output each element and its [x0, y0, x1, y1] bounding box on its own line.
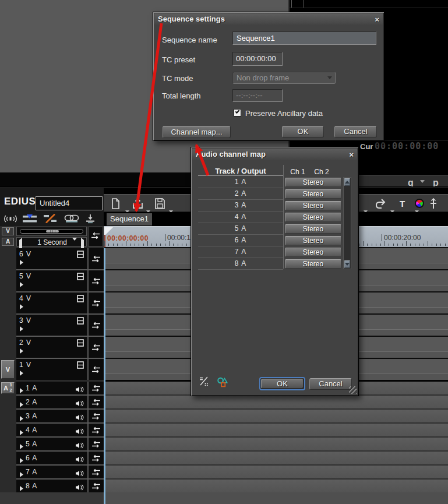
speaker-icon[interactable] — [75, 385, 84, 395]
zoom-dropdown-caret-icon[interactable] — [72, 241, 77, 249]
expand-track-icon[interactable] — [19, 279, 23, 290]
expand-track-icon[interactable] — [19, 301, 23, 312]
expand-track-icon[interactable] — [19, 469, 23, 480]
new-project-icon[interactable] — [111, 198, 120, 209]
master-patch-cell[interactable] — [88, 227, 103, 246]
playhead-line[interactable] — [104, 248, 105, 504]
channel-map-scrollbar[interactable] — [343, 177, 351, 269]
audio-lane[interactable] — [105, 424, 448, 436]
channel-map-preset-icon[interactable] — [199, 376, 209, 389]
ok-button[interactable]: OK — [282, 126, 324, 138]
close-icon[interactable]: × — [375, 14, 379, 25]
selected-audio-track-button[interactable]: A 1 2 — [1, 382, 15, 394]
expand-track-icon[interactable] — [19, 441, 23, 452]
resize-grip[interactable] — [349, 386, 357, 394]
expand-track-icon[interactable] — [19, 257, 23, 267]
color-wheel-icon[interactable] — [415, 198, 424, 209]
save-project-icon[interactable] — [155, 198, 165, 209]
speaker-icon[interactable] — [75, 413, 84, 423]
tc-mode-dropdown[interactable]: Non drop frame — [232, 72, 336, 84]
audio-monitor-icon[interactable] — [3, 214, 17, 226]
tab-sequence1[interactable]: Sequence1 — [107, 213, 152, 225]
speaker-icon[interactable] — [75, 427, 84, 437]
sync-mode-icon[interactable] — [43, 214, 57, 225]
channel-mapping-button[interactable]: Stereo — [285, 259, 341, 269]
selected-video-track-button[interactable]: V — [1, 360, 15, 379]
timeline-zoom-slider[interactable] — [16, 227, 87, 236]
insert-overwrite-icon[interactable] — [22, 214, 37, 225]
zoom-next-icon[interactable] — [81, 240, 84, 248]
film-icon[interactable] — [77, 361, 84, 371]
speaker-icon[interactable] — [75, 482, 84, 493]
video-track-header[interactable]: 1 V — [16, 359, 87, 380]
cancel-button[interactable]: Cancel — [334, 126, 377, 138]
audio-track-header[interactable]: 1 A — [16, 382, 87, 394]
audio-track-header[interactable]: 5 A — [16, 438, 87, 450]
audio-lanes[interactable] — [105, 382, 448, 492]
audio-track-header[interactable]: 3 A — [16, 410, 87, 422]
track-patch-cell[interactable] — [89, 270, 104, 291]
film-icon[interactable] — [77, 294, 84, 305]
audio-lane[interactable] — [105, 410, 448, 422]
audio-track-header[interactable]: 6 A — [16, 452, 87, 464]
ok-button[interactable]: OK — [261, 379, 304, 389]
channel-mapping-button[interactable]: Stereo — [285, 213, 341, 222]
zoom-level-selector[interactable]: 1 Second — [16, 237, 87, 246]
film-icon[interactable] — [77, 316, 84, 327]
video-track-header[interactable]: 3 V — [16, 315, 87, 336]
track-patch-cell[interactable] — [89, 466, 104, 478]
sequence-name-input[interactable]: Sequence1 — [232, 31, 376, 45]
track-patch-cell[interactable] — [89, 292, 104, 313]
audio-lane[interactable] — [105, 438, 448, 450]
film-icon[interactable] — [77, 339, 84, 349]
channel-map-button[interactable]: Channel map... — [163, 126, 231, 138]
audio-track-header[interactable]: 8 A — [16, 480, 87, 492]
track-patch-cell[interactable] — [89, 424, 104, 436]
film-icon[interactable] — [77, 272, 84, 283]
audio-mute-button[interactable]: A — [2, 238, 14, 246]
dialog-titlebar[interactable]: Audio channel map × — [192, 149, 357, 160]
track-patch-cell[interactable] — [89, 337, 104, 358]
speaker-icon[interactable] — [75, 454, 84, 465]
track-patch-cell[interactable] — [89, 480, 104, 492]
expand-track-icon[interactable] — [19, 427, 23, 438]
track-patch-cell[interactable] — [89, 438, 104, 450]
audio-track-header[interactable]: 4 A — [16, 424, 87, 436]
loop-playback-icon[interactable] — [64, 214, 79, 225]
tool-partial-icon[interactable] — [430, 198, 437, 209]
audio-lane[interactable] — [105, 452, 448, 464]
track-patch-cell[interactable] — [89, 359, 104, 380]
channel-map-shapes-icon[interactable] — [217, 377, 228, 390]
preserve-ancillary-checkbox[interactable] — [234, 109, 241, 117]
zoom-slider-track[interactable] — [20, 229, 83, 234]
scroll-up-button[interactable] — [344, 178, 350, 186]
expand-track-icon[interactable] — [19, 399, 23, 410]
channel-mapping-button[interactable]: Stereo — [285, 201, 341, 210]
cancel-button[interactable]: Cancel — [309, 378, 352, 390]
channel-mapping-button[interactable]: Stereo — [285, 224, 341, 234]
speaker-icon[interactable] — [75, 468, 84, 479]
track-patch-cell[interactable] — [89, 410, 104, 422]
zoom-slider-thumb[interactable] — [46, 230, 59, 232]
total-length-input[interactable]: --:--:--:-- — [232, 89, 283, 102]
channel-mapping-button[interactable]: Stereo — [285, 178, 341, 187]
channel-mapping-button[interactable]: Stereo — [285, 236, 341, 245]
expand-track-icon[interactable] — [19, 368, 23, 378]
audio-lane[interactable] — [105, 396, 448, 408]
expand-track-icon[interactable] — [19, 323, 23, 334]
track-patch-cell[interactable] — [89, 452, 104, 464]
video-mute-button[interactable]: V — [2, 227, 14, 235]
film-icon[interactable] — [77, 250, 84, 260]
video-track-header[interactable]: 6 V — [16, 248, 87, 269]
scroll-down-button[interactable] — [344, 260, 350, 268]
expand-track-icon[interactable] — [19, 346, 23, 356]
track-patch-cell[interactable] — [89, 315, 104, 336]
close-icon[interactable]: × — [349, 149, 354, 160]
capture-icon[interactable] — [85, 214, 96, 226]
audio-lane[interactable] — [105, 466, 448, 478]
audio-lane[interactable] — [105, 480, 448, 492]
title-icon[interactable]: T — [400, 198, 405, 209]
track-patch-cell[interactable] — [89, 382, 104, 394]
track-patch-cell[interactable] — [89, 396, 104, 408]
video-track-header[interactable]: 2 V — [16, 337, 87, 358]
